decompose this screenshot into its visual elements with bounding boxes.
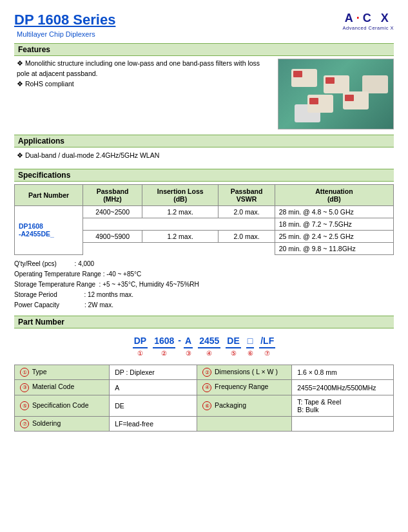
- pn-de: DE ⑤: [226, 336, 240, 357]
- atten-2a: 25 min. @ 2.4 ~ 2.5 GHz: [275, 230, 393, 242]
- note-st-period-label: Storage Period: [14, 291, 57, 298]
- passband-1: 2400~2500: [83, 205, 142, 218]
- vswr-1: 2.0 max.: [219, 205, 275, 218]
- pn-1608: 1608 ②: [153, 336, 175, 357]
- code-table: ① Type DP : Diplexer ② Dimensions ( L × …: [14, 365, 394, 432]
- code-value-material: A: [110, 380, 197, 395]
- note-op-temp-value: : -40 ~ +85°C: [101, 271, 141, 278]
- code-row-type: ① Type DP : Diplexer ② Dimensions ( L × …: [15, 365, 394, 380]
- features-header: Features: [14, 43, 394, 56]
- atten-1a: 28 min. @ 4.8 ~ 5.0 GHz: [275, 205, 393, 218]
- features-list: Monolithic structure including one low-p…: [14, 59, 270, 89]
- applications-header: Applications: [14, 135, 394, 147]
- code-label-pkg-text: Packaging: [215, 401, 246, 409]
- col-attenuation: Attenuation(dB): [275, 184, 393, 205]
- code-label-type-text: Type: [32, 368, 47, 375]
- logo-area: A·C X Advanced Ceramic X: [343, 12, 394, 31]
- insertion-loss-1: 1.2 max.: [142, 205, 219, 218]
- note-st-period-value: : 12 months max.: [57, 291, 133, 298]
- note-power: Power Capacity : 2W max.: [14, 300, 394, 310]
- pn-box: □ ⑥: [246, 336, 254, 357]
- code-label-spec-text: Specification Code: [32, 401, 89, 409]
- part-number-cell: DP1608-A2455DE_: [15, 205, 83, 254]
- logo-icon: A·C X: [345, 12, 392, 25]
- code-label-freq: ④ Frequency Range: [197, 380, 292, 395]
- code-label-dim: ② Dimensions ( L × W ): [197, 365, 292, 380]
- code-value-solder: LF=lead-free: [110, 416, 197, 432]
- code-value-empty: [292, 416, 394, 432]
- notes-block: Q'ty/Reel (pcs) : 4,000 Operating Temper…: [14, 259, 394, 310]
- code-num-7: ⑦: [20, 419, 29, 428]
- pn-dp-text: DP: [133, 336, 148, 348]
- feature-item-2: RoHS compliant: [17, 79, 270, 90]
- pn-a-text: A: [184, 336, 193, 348]
- part-number-header: Part Number: [14, 316, 394, 328]
- subtitle: Multilayer Chip Diplexers: [17, 30, 115, 38]
- applications-list: Dual-band / dual-mode 2.4GHz/5GHz WLAN: [14, 150, 394, 161]
- pn-dp: DP ①: [133, 336, 148, 357]
- note-power-value: : 2W max.: [59, 301, 113, 309]
- pn-de-text: DE: [226, 336, 240, 348]
- part-number-diagram: DP ① 1608 ② - A ③ 2455 ④ DE ⑤ □ ⑥ /LF ⑦: [14, 335, 394, 357]
- specifications-header: Specifications: [14, 169, 394, 182]
- code-num-6: ⑥: [202, 401, 211, 410]
- note-qty: Q'ty/Reel (pcs) : 4,000: [14, 259, 394, 269]
- code-num-2: ②: [202, 368, 211, 377]
- pn-de-num: ⑤: [231, 350, 237, 357]
- pn-lf: /LF ⑦: [259, 336, 275, 357]
- code-row-spec: ⑤ Specification Code DE ⑥ Packaging T: T…: [15, 395, 394, 416]
- note-st-temp: Storage Temperature Range : +5 ~ +35°C, …: [14, 280, 394, 290]
- atten-1b: 18 min. @ 7.2 ~ 7.5GHz: [275, 218, 393, 230]
- code-value-freq: 2455=2400MHz/5500MHz: [292, 380, 394, 395]
- code-num-1: ①: [20, 368, 29, 377]
- code-label-freq-text: Frequency Range: [215, 383, 268, 390]
- pn-dp-num: ①: [137, 350, 143, 357]
- code-label-material: ③ Material Code: [15, 380, 110, 395]
- atten-2b: 20 min. @ 9.8 ~ 11.8GHz: [275, 242, 393, 254]
- application-item-1: Dual-band / dual-mode 2.4GHz/5GHz WLAN: [17, 150, 394, 161]
- pn-a-num: ③: [186, 350, 191, 357]
- pn-2455: 2455 ④: [198, 336, 220, 357]
- note-qty-label: Q'ty/Reel (pcs): [14, 260, 57, 267]
- code-label-type: ① Type: [15, 365, 110, 380]
- main-title: DP 1608 Series: [14, 12, 115, 28]
- code-label-solder-text: Soldering: [32, 419, 61, 427]
- code-label-dim-text: Dimensions ( L × W ): [215, 368, 278, 375]
- vswr-2: 2.0 max.: [219, 230, 275, 242]
- pn-2455-text: 2455: [198, 336, 220, 348]
- note-st-temp-label: Storage Temperature Range: [14, 281, 95, 288]
- note-qty-value: : 4,000: [57, 260, 94, 267]
- features-block: Monolithic structure including one low-p…: [14, 59, 394, 129]
- table-row-band1: DP1608-A2455DE_ 2400~2500 1.2 max. 2.0 m…: [15, 205, 394, 218]
- col-passband: Passband(MHz): [83, 184, 142, 205]
- title-block: DP 1608 Series Multilayer Chip Diplexers: [14, 12, 115, 38]
- code-label-solder: ⑦ Soldering: [15, 416, 110, 432]
- passband-2: 4900~5900: [83, 230, 142, 242]
- code-label-empty: [197, 416, 292, 432]
- code-label-spec: ⑤ Specification Code: [15, 395, 110, 416]
- note-op-temp-label: Operating Temperature Range: [14, 271, 101, 278]
- pn-2455-num: ④: [206, 350, 212, 357]
- pn-dash1: -: [178, 335, 181, 348]
- page-header: DP 1608 Series Multilayer Chip Diplexers…: [14, 12, 394, 38]
- empty-cell-2: [83, 242, 275, 254]
- pn-box-num: ⑥: [248, 350, 253, 357]
- pn-box-text: □: [246, 336, 254, 348]
- note-power-label: Power Capacity: [14, 301, 59, 309]
- code-row-solder: ⑦ Soldering LF=lead-free: [15, 416, 394, 432]
- logo-subtitle: Advanced Ceramic X: [343, 25, 394, 31]
- product-image: [278, 59, 394, 129]
- note-op-temp: Operating Temperature Range : -40 ~ +85°…: [14, 269, 394, 280]
- col-part-number: Part Number: [15, 184, 83, 205]
- chip-image-sim: [278, 59, 393, 129]
- empty-cell-1: [83, 218, 275, 230]
- code-label-material-text: Material Code: [32, 383, 74, 390]
- code-num-3: ③: [20, 383, 29, 392]
- pn-1608-num: ②: [161, 350, 167, 357]
- code-value-pkg: T: Tape & ReelB: Bulk: [292, 395, 394, 416]
- code-row-material: ③ Material Code A ④ Frequency Range 2455…: [15, 380, 394, 395]
- pn-1608-text: 1608: [153, 336, 175, 348]
- features-text: Monolithic structure including one low-p…: [14, 59, 270, 129]
- code-label-pkg: ⑥ Packaging: [197, 395, 292, 416]
- code-value-type: DP : Diplexer: [110, 365, 197, 380]
